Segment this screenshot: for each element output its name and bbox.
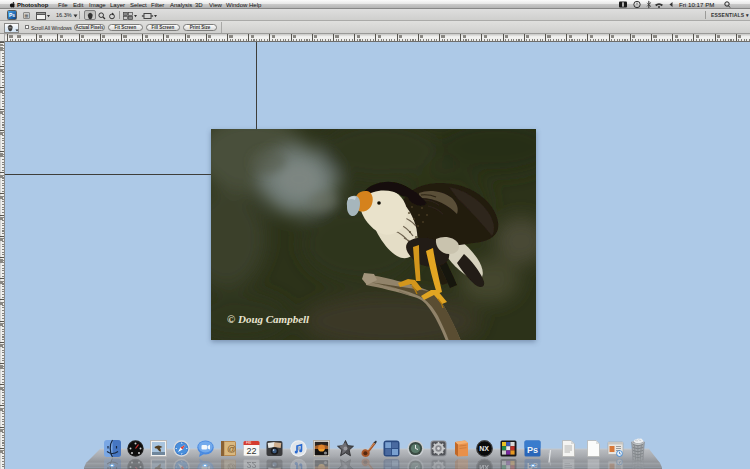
svg-text:@: @ <box>227 444 236 454</box>
svg-text:Fri 10:17 PM: Fri 10:17 PM <box>679 1 714 8</box>
svg-text:© Doug Campbell: © Doug Campbell <box>227 313 310 325</box>
svg-text:Ps: Ps <box>527 445 538 455</box>
svg-text:NX: NX <box>479 445 489 452</box>
svg-text:22: 22 <box>247 446 257 456</box>
svg-text:FRI: FRI <box>246 441 251 445</box>
